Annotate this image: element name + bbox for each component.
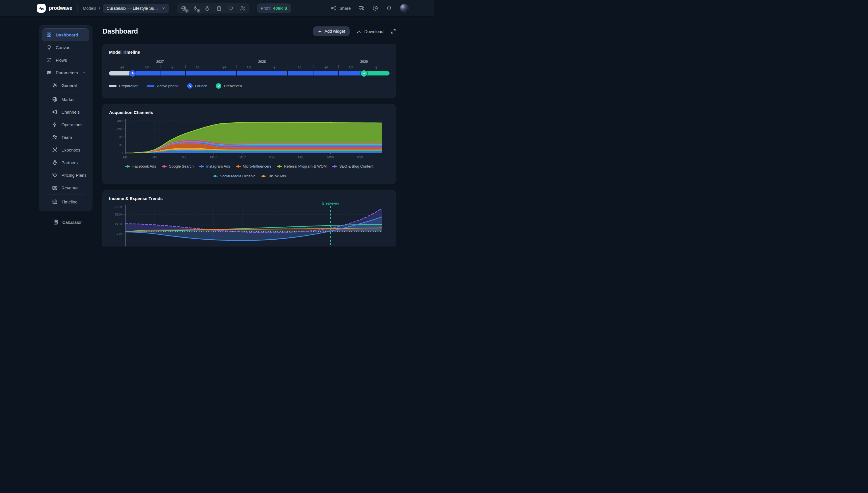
legend-label: Breakeven [224,84,242,88]
timeline-quarter-label: Q1 [375,65,379,69]
add-widget-label: Add widget [325,29,345,34]
globe-icon[interactable] [181,5,187,11]
svg-text:-77K: -77K [116,232,123,236]
sidebar-item-pricing-plans[interactable]: Pricing Plans [42,169,89,181]
acquisition-legend: Facebook AdsGoogle SearchInstagram AdsMi… [109,164,389,178]
legend-item-referral-program-wom[interactable]: Referral Program & WOM [277,164,327,168]
bell-icon[interactable] [386,5,392,11]
acquisition-chart: 095190285380M1M5M9M13M17M21M25M29M33 [109,116,389,162]
fullscreen-icon[interactable] [390,28,396,34]
add-widget-button[interactable]: Add widget [313,26,350,36]
share-label: Share [339,6,351,10]
profit-badge: Profit 406K $ [257,3,291,13]
sidebar-item-calculator[interactable]: Calculator [39,216,92,229]
legend-label: Facebook Ads [132,164,156,168]
timeline-marker-breakeven[interactable] [361,70,367,77]
heart-icon[interactable] [228,5,234,11]
timeline-quarter-label: Q1 [273,65,277,69]
timeline-legend-launch: Launch [187,83,208,89]
sidebar-item-channels[interactable]: Channels [42,106,89,118]
hand-icon [52,159,58,165]
sidebar-item-label: Operations [61,122,82,127]
logo-pulse-icon [37,4,46,13]
timeline-segment-gap [185,71,186,76]
calendar-icon [52,199,58,205]
check-icon [362,71,366,75]
legend-item-tiktok-ads[interactable]: TikTok Ads [261,174,286,178]
timeline-segment-gap [262,71,262,76]
download-button[interactable]: Download [357,29,383,34]
sidebar-item-partners[interactable]: Partners [42,156,89,169]
timeline-marker-launch[interactable] [129,70,136,77]
svg-text:0: 0 [121,151,123,155]
sidebar-item-team[interactable]: Team [42,131,89,144]
avatar[interactable] [400,4,409,13]
timeline-segment-post-breakeven [364,71,389,76]
timeline-segment-gap [338,71,339,76]
clock-icon[interactable] [372,5,378,11]
income-expense-chart: 750K523K223K-77KBreakeven [109,202,389,246]
sidebar-item-parameters[interactable]: Parameters [42,66,89,79]
legend-label: SEO & Blog Content [339,164,374,168]
breadcrumb-models-link[interactable]: Models [83,6,97,10]
calculator-icon [53,219,59,225]
chevron-down-icon[interactable] [82,70,86,75]
clipboard-icon[interactable] [216,5,222,11]
legend-marker [277,166,282,167]
timeline-quarter-label: Q1 [171,65,175,69]
svg-text:750K: 750K [115,205,123,209]
sidebar-item-timeline[interactable]: Timeline [42,195,89,208]
legend-label: Instagram Ads [206,164,230,168]
users-icon[interactable] [240,5,246,11]
swap-icon [46,57,52,63]
sidebar-item-expenses[interactable]: Expenses [42,144,89,156]
model-selector-value: CurateBox — Lifestyle Su... [106,6,157,10]
legend-marker [125,166,130,167]
timeline-segment-gap [236,71,237,76]
legend-item-social-media-organic[interactable]: Social Media Organic [213,174,255,178]
chat-icon[interactable] [359,5,364,11]
sidebar-item-operations[interactable]: Operations [42,118,89,131]
svg-text:M29: M29 [327,155,334,159]
bolt-icon[interactable] [193,5,198,11]
sliders-icon [46,70,52,76]
sidebar-item-market[interactable]: Market [42,93,89,106]
share-button[interactable]: Share [331,5,351,11]
legend-marker [261,176,266,176]
timeline-quarter-label: Q4 [349,65,353,69]
profit-label: Profit [261,6,271,10]
legend-item-instagram-ads[interactable]: Instagram Ads [199,164,230,168]
timeline-widget-title: Model Timeline [109,50,389,55]
sidebar-item-canvas[interactable]: Canvas [42,41,89,53]
timeline-year-label: 2029 [360,60,368,64]
rocket-icon [131,71,135,75]
model-selector[interactable]: CurateBox — Lifestyle Su... [103,4,169,13]
legend-item-google-search[interactable]: Google Search [162,164,194,168]
sidebar-item-general[interactable]: General [42,79,89,91]
timeline-segment-gap [313,71,314,76]
timeline-bar[interactable] [109,71,389,76]
timeline-tick [262,65,262,68]
hand-icon[interactable] [204,5,210,11]
legend-item-seo-blog-content[interactable]: SEO & Blog Content [332,164,374,168]
sidebar-item-label: Dashboard [56,33,78,37]
legend-item-facebook-ads[interactable]: Facebook Ads [125,164,156,168]
tag-icon [52,172,58,178]
sidebar-item-dashboard[interactable]: Dashboard [42,28,89,41]
timeline-legend: PreparationActive phaseLaunchBreakeven [109,83,389,89]
sidebar-item-revenue[interactable]: Revenue [42,181,89,194]
sidebar-item-flows[interactable]: Flows [42,53,89,66]
page-title: Dashboard [103,27,138,35]
app-logo[interactable]: prodwave [37,4,72,13]
sidebar-item-label: Expenses [61,148,80,152]
svg-text:Breakeven: Breakeven [322,202,339,206]
legend-item-micro-influencers[interactable]: Micro-Influencers [236,164,272,168]
check-badge-icon [197,9,200,13]
timeline-quarter-label: Q3 [120,65,124,69]
svg-text:M5: M5 [152,155,157,159]
svg-text:380: 380 [117,119,123,123]
model-timeline-widget: Model Timeline Q3Q4Q1Q2Q3Q4Q1Q2Q3Q4Q1202… [103,44,396,98]
legend-pill [109,85,117,87]
timeline-quarter-label: Q2 [196,65,200,69]
rocket-icon [187,83,193,89]
